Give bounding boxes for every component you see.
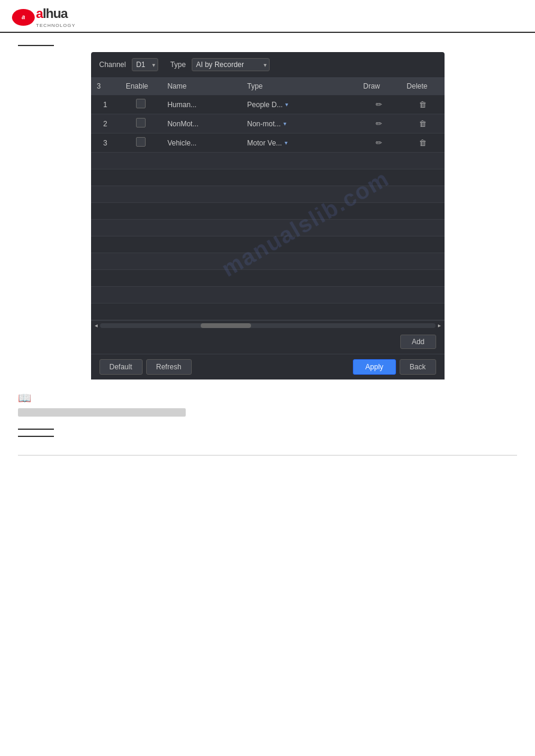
apply-button[interactable]: Apply (353, 359, 396, 375)
row-3-delete-icon[interactable]: 🗑 (419, 138, 427, 147)
default-button[interactable]: Default (99, 359, 143, 375)
scrollbar-track[interactable] (100, 323, 436, 328)
bottom-rule (18, 455, 517, 456)
table-row-empty (91, 203, 445, 220)
row-3-checkbox[interactable] (136, 137, 146, 147)
table-row: 3 Vehicle... Motor Ve... ▾ ✏ (91, 133, 445, 153)
row-3-enable[interactable] (120, 133, 161, 153)
section-divider-bot (18, 436, 54, 437)
settings-panel: manualslib.com Channel D1 Type AI by Rec… (91, 52, 445, 379)
logo-a-letter: a (36, 6, 43, 21)
row-1-type[interactable]: People D... ▾ (241, 95, 358, 114)
note-area: 📖 (18, 391, 517, 417)
row-3-num: 3 (91, 133, 120, 153)
logo-subtitle: TECHNOLOGY (36, 23, 75, 28)
row-3-delete[interactable]: 🗑 (401, 133, 445, 153)
section-divider-mid (18, 429, 54, 430)
row-1-type-text: People D... (247, 101, 283, 109)
table-row-empty (91, 153, 445, 169)
channel-select-wrapper[interactable]: D1 (132, 58, 158, 71)
refresh-button[interactable]: Refresh (146, 359, 192, 375)
logo-rest: lhua (43, 6, 67, 21)
row-2-enable[interactable] (120, 114, 161, 133)
horizontal-scrollbar[interactable]: ◂ ▸ (91, 320, 445, 330)
table-row-empty (91, 253, 445, 270)
table-row: 1 Human... People D... ▾ ✏ (91, 95, 445, 114)
table-row-empty (91, 220, 445, 236)
logo-oval: a (12, 9, 35, 26)
table-row-empty (91, 287, 445, 303)
col-header-name: Name (161, 77, 241, 95)
row-3-type[interactable]: Motor Ve... ▾ (241, 133, 358, 153)
col-header-num: 3 (91, 77, 120, 95)
row-1-type-arrow[interactable]: ▾ (285, 101, 288, 108)
logo-oval-a: a (22, 14, 25, 20)
row-2-num: 2 (91, 114, 120, 133)
row-1-name: Human... (161, 95, 241, 114)
scrollbar-thumb[interactable] (201, 323, 251, 328)
row-2-type[interactable]: Non-mot... ▾ (241, 114, 358, 133)
table-row-empty (91, 236, 445, 253)
row-2-name: NonMot... (161, 114, 241, 133)
table-row-empty (91, 169, 445, 186)
panel-topbar: Channel D1 Type AI by Recorder (91, 52, 445, 77)
row-1-enable[interactable] (120, 95, 161, 114)
type-label: Type (170, 60, 186, 69)
row-3-name: Vehicle... (161, 133, 241, 153)
row-2-delete[interactable]: 🗑 (401, 114, 445, 133)
bottom-bar: Default Refresh Apply Back (91, 354, 445, 379)
table-row: 2 NonMot... Non-mot... ▾ ✏ (91, 114, 445, 133)
row-1-delete-icon[interactable]: 🗑 (419, 100, 427, 109)
row-1-draw[interactable]: ✏ (357, 95, 401, 114)
row-2-draw[interactable]: ✏ (357, 114, 401, 133)
col-header-enable: Enable (120, 77, 161, 95)
row-1-checkbox[interactable] (136, 99, 146, 108)
note-text-placeholder (18, 408, 186, 417)
page-body: manualslib.com Channel D1 Type AI by Rec… (0, 33, 535, 473)
back-button[interactable]: Back (400, 359, 436, 375)
add-button[interactable]: Add (400, 335, 436, 349)
row-2-type-text: Non-mot... (247, 120, 281, 128)
table-header: 3 Enable Name Type Draw Delete (91, 77, 445, 95)
row-1-draw-icon[interactable]: ✏ (376, 100, 382, 109)
scroll-right-arrow[interactable]: ▸ (438, 322, 441, 329)
row-1-delete[interactable]: 🗑 (401, 95, 445, 114)
type-select[interactable]: AI by Recorder (192, 58, 270, 71)
col-header-delete: Delete (401, 77, 445, 95)
rules-table: 3 Enable Name Type Draw Delete 1 Human..… (91, 77, 445, 320)
table-row-empty (91, 303, 445, 320)
logo-full-text: alhua (36, 6, 75, 22)
row-3-type-arrow[interactable]: ▾ (285, 139, 288, 146)
row-3-draw[interactable]: ✏ (357, 133, 401, 153)
row-1-num: 1 (91, 95, 120, 114)
row-2-checkbox[interactable] (136, 118, 146, 127)
table-row-empty (91, 186, 445, 203)
col-header-type: Type (241, 77, 358, 95)
table-row-empty (91, 270, 445, 287)
page-header: a alhua TECHNOLOGY (0, 0, 535, 33)
logo: a alhua TECHNOLOGY (12, 6, 75, 28)
add-button-row: Add (91, 330, 445, 354)
logo-text-group: alhua TECHNOLOGY (36, 6, 75, 28)
channel-label: Channel (99, 60, 126, 69)
section-divider-top (18, 45, 54, 46)
table-body: 1 Human... People D... ▾ ✏ (91, 95, 445, 320)
scroll-left-arrow[interactable]: ◂ (95, 322, 98, 329)
row-2-type-arrow[interactable]: ▾ (283, 120, 286, 127)
channel-select[interactable]: D1 (132, 58, 158, 71)
col-header-draw: Draw (357, 77, 401, 95)
row-3-type-text: Motor Ve... (247, 139, 282, 147)
type-select-wrapper[interactable]: AI by Recorder (192, 58, 270, 71)
row-2-draw-icon[interactable]: ✏ (376, 119, 382, 128)
book-icon: 📖 (18, 391, 517, 405)
row-2-delete-icon[interactable]: 🗑 (419, 119, 427, 128)
row-3-draw-icon[interactable]: ✏ (376, 138, 382, 147)
